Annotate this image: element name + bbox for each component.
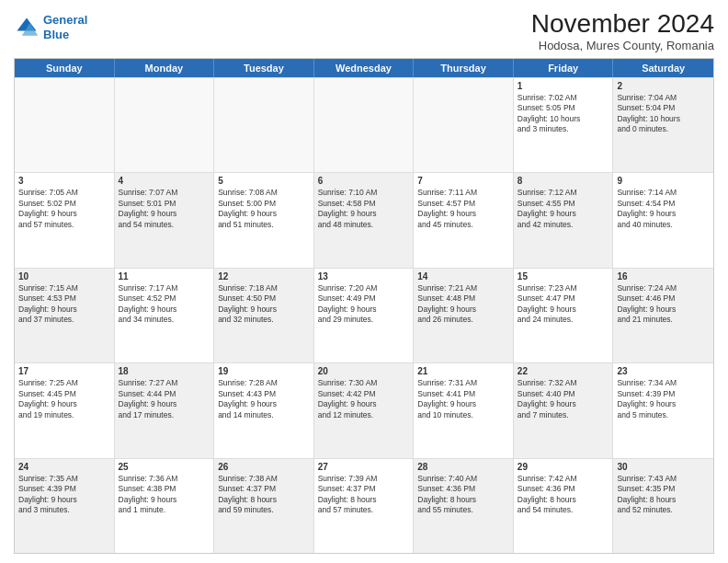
cell-line: Sunrise: 7:39 AM [318,474,410,484]
calendar-cell [115,78,215,172]
cell-line: Sunrise: 7:07 AM [119,188,210,198]
title-block: November 2024 Hodosa, Mures County, Roma… [531,9,714,52]
weekday-header: Sunday [15,59,115,77]
calendar-cell: 24Sunrise: 7:35 AMSunset: 4:39 PMDayligh… [15,459,115,553]
calendar-cell: 9Sunrise: 7:14 AMSunset: 4:54 PMDaylight… [613,173,713,267]
cell-line: Sunset: 4:52 PM [119,293,210,304]
calendar-cell: 5Sunrise: 7:08 AMSunset: 5:00 PMDaylight… [214,173,314,267]
cell-line: Daylight: 9 hours [417,399,509,409]
cell-line: Sunset: 4:47 PM [518,293,609,304]
cell-line: Daylight: 8 hours [218,495,310,505]
cell-line: Sunset: 4:40 PM [518,389,609,399]
cell-line: Sunset: 4:57 PM [417,199,509,209]
calendar-cell: 23Sunrise: 7:34 AMSunset: 4:39 PMDayligh… [613,363,713,457]
weekday-header: Monday [115,59,215,77]
cell-line: Daylight: 9 hours [617,399,710,409]
calendar-cell [214,78,314,172]
day-number: 21 [417,366,509,376]
cell-line: Sunset: 4:45 PM [18,389,110,399]
calendar-cell: 11Sunrise: 7:17 AMSunset: 4:52 PMDayligh… [115,269,215,362]
cell-line: Daylight: 8 hours [417,495,509,505]
calendar-cell: 10Sunrise: 7:15 AMSunset: 4:53 PMDayligh… [15,269,115,362]
cell-line: and 29 minutes. [318,315,410,325]
cell-line: Sunrise: 7:30 AM [318,378,410,388]
cell-line: and 17 minutes. [119,410,210,420]
calendar-cell: 26Sunrise: 7:38 AMSunset: 4:37 PMDayligh… [214,459,314,553]
cell-line: Sunset: 4:48 PM [417,293,509,304]
cell-line: and 21 minutes. [617,315,710,325]
cell-line: Daylight: 9 hours [318,209,410,219]
calendar-cell: 19Sunrise: 7:28 AMSunset: 4:43 PMDayligh… [214,363,314,457]
cell-line: Daylight: 9 hours [119,304,210,315]
weekday-header: Saturday [613,59,713,77]
cell-line: Daylight: 9 hours [18,304,110,315]
cell-line: Sunrise: 7:36 AM [119,474,210,484]
cell-line: Sunrise: 7:40 AM [417,474,509,484]
cell-line: Sunrise: 7:42 AM [518,474,609,484]
cell-line: Sunrise: 7:15 AM [18,283,110,293]
cell-line: Sunrise: 7:12 AM [518,188,609,198]
cell-line: Daylight: 9 hours [518,304,609,315]
cell-line: Daylight: 9 hours [518,399,609,409]
weekday-header: Friday [514,59,614,77]
calendar-cell: 20Sunrise: 7:30 AMSunset: 4:42 PMDayligh… [314,363,415,457]
calendar-cell [414,78,514,172]
calendar-cell [15,78,115,172]
calendar-cell: 28Sunrise: 7:40 AMSunset: 4:36 PMDayligh… [414,459,514,553]
calendar-cell: 27Sunrise: 7:39 AMSunset: 4:37 PMDayligh… [314,459,415,553]
cell-line: Sunset: 5:05 PM [518,103,609,113]
weekday-header: Tuesday [214,59,314,77]
day-number: 4 [119,176,210,186]
cell-line: Sunset: 4:43 PM [218,389,310,399]
calendar-body: 1Sunrise: 7:02 AMSunset: 5:05 PMDaylight… [15,77,713,553]
cell-line: Sunset: 4:49 PM [318,293,410,304]
cell-line: Daylight: 9 hours [417,209,509,219]
day-number: 7 [417,176,509,186]
day-number: 29 [518,462,609,472]
cell-line: Sunrise: 7:27 AM [119,378,210,388]
cell-line: and 37 minutes. [18,315,110,325]
calendar-row: 24Sunrise: 7:35 AMSunset: 4:39 PMDayligh… [15,458,713,553]
calendar-cell: 8Sunrise: 7:12 AMSunset: 4:55 PMDaylight… [514,173,614,267]
cell-line: and 5 minutes. [617,410,710,420]
day-number: 15 [518,271,609,282]
cell-line: Sunrise: 7:20 AM [318,283,410,293]
cell-line: Daylight: 9 hours [119,209,210,219]
header: General Blue November 2024 Hodosa, Mures… [14,9,714,52]
cell-line: Sunrise: 7:08 AM [218,188,310,198]
cell-line: Sunrise: 7:21 AM [417,283,509,293]
day-number: 12 [218,271,310,282]
calendar-cell: 14Sunrise: 7:21 AMSunset: 4:48 PMDayligh… [414,269,514,362]
cell-line: and 26 minutes. [417,315,509,325]
calendar-cell: 29Sunrise: 7:42 AMSunset: 4:36 PMDayligh… [514,459,614,553]
cell-line: Sunrise: 7:34 AM [617,378,710,388]
day-number: 18 [119,366,210,376]
day-number: 11 [119,271,210,282]
cell-line: Daylight: 9 hours [318,304,410,315]
cell-line: Sunset: 4:44 PM [119,389,210,399]
cell-line: Daylight: 9 hours [518,209,609,219]
cell-line: and 42 minutes. [518,220,609,230]
cell-line: Sunrise: 7:31 AM [417,378,509,388]
cell-line: Sunrise: 7:18 AM [218,283,310,293]
day-number: 25 [119,462,210,472]
cell-line: Daylight: 9 hours [18,209,110,219]
calendar-cell: 25Sunrise: 7:36 AMSunset: 4:38 PMDayligh… [115,459,215,553]
weekday-header: Wednesday [314,59,415,77]
calendar-cell: 15Sunrise: 7:23 AMSunset: 4:47 PMDayligh… [514,269,614,362]
cell-line: Sunset: 4:37 PM [318,484,410,494]
cell-line: and 55 minutes. [417,505,509,515]
cell-line: and 24 minutes. [518,315,609,325]
cell-line: Daylight: 8 hours [318,495,410,505]
cell-line: Daylight: 9 hours [218,399,310,409]
cell-line: Sunrise: 7:05 AM [18,188,110,198]
day-number: 16 [617,271,710,282]
cell-line: Sunrise: 7:04 AM [617,93,710,103]
day-number: 26 [218,462,310,472]
cell-line: Daylight: 9 hours [18,399,110,409]
logo-line1: General [43,13,87,27]
cell-line: Sunrise: 7:14 AM [617,188,710,198]
cell-line: and 19 minutes. [18,410,110,420]
calendar-cell: 12Sunrise: 7:18 AMSunset: 4:50 PMDayligh… [214,269,314,362]
cell-line: Sunset: 4:37 PM [218,484,310,494]
